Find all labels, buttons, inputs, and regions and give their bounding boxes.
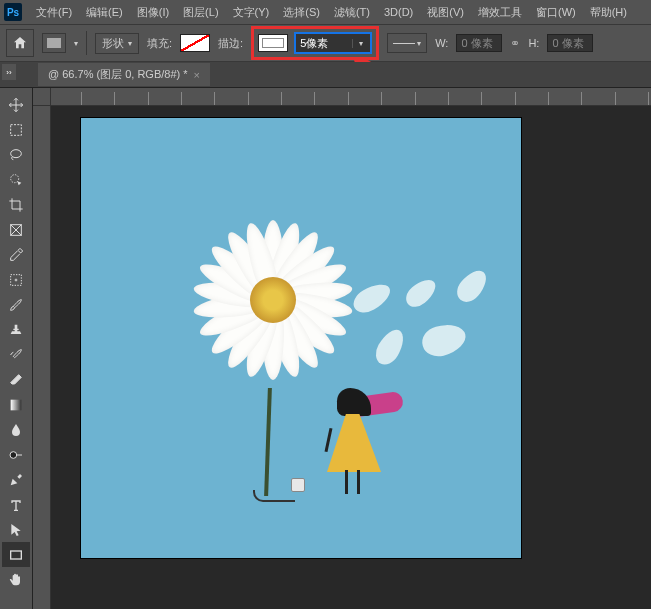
svg-point-2	[11, 149, 22, 157]
options-bar: ▾ 形状 ▾ 填充: 描边: ▾ ▾ W: ⚭ H:	[0, 24, 651, 62]
stroke-width-field[interactable]	[296, 37, 352, 49]
link-icon[interactable]: ⚭	[510, 36, 520, 50]
stroke-width-input[interactable]: ▾	[294, 32, 372, 54]
rect-icon	[47, 38, 61, 48]
horizontal-ruler[interactable]: 0501001502002503003504004505005506006507…	[51, 88, 651, 106]
hand-tool[interactable]	[2, 567, 30, 592]
marquee-tool[interactable]	[2, 117, 30, 142]
menu-file[interactable]: 文件(F)	[30, 3, 78, 22]
illustration-petal	[452, 265, 492, 307]
menu-filter[interactable]: 滤镜(T)	[328, 3, 376, 22]
canvas-area[interactable]: 0501001502002503003504004505005506006507…	[33, 88, 651, 609]
height-input[interactable]	[547, 34, 593, 52]
brush-tool[interactable]	[2, 292, 30, 317]
tools-panel	[0, 88, 33, 609]
expand-panels-button[interactable]: ››	[2, 64, 16, 80]
menu-help[interactable]: 帮助(H)	[584, 3, 633, 22]
illustration-flower	[173, 200, 373, 400]
document-canvas[interactable]	[81, 118, 521, 558]
menu-select[interactable]: 选择(S)	[277, 3, 326, 22]
shape-mode-select[interactable]: 形状 ▾	[95, 33, 139, 54]
menu-layer[interactable]: 图层(L)	[177, 3, 224, 22]
tool-preset-picker[interactable]	[42, 33, 66, 53]
canvas-image	[81, 118, 521, 558]
document-tab[interactable]: @ 66.7% (图层 0, RGB/8#) * ×	[38, 63, 210, 86]
height-label: H:	[528, 37, 539, 49]
menu-plugins[interactable]: 增效工具	[472, 3, 528, 22]
chevron-down-icon[interactable]: ▾	[74, 39, 78, 48]
width-label: W:	[435, 37, 448, 49]
illustration-petal	[402, 274, 441, 311]
chevron-down-icon: ▾	[128, 39, 132, 48]
move-tool[interactable]	[2, 92, 30, 117]
menu-edit[interactable]: 编辑(E)	[80, 3, 129, 22]
chevron-down-icon: ▾	[417, 39, 421, 48]
illustration-cord	[253, 490, 295, 502]
solid-line-icon	[393, 43, 415, 44]
frame-tool[interactable]	[2, 217, 30, 242]
app-logo: Ps	[4, 3, 22, 21]
illustration-stem	[264, 388, 272, 496]
menubar: Ps 文件(F) 编辑(E) 图像(I) 图层(L) 文字(Y) 选择(S) 滤…	[0, 0, 651, 24]
illustration-character	[323, 388, 393, 508]
svg-point-7	[10, 451, 17, 458]
menu-type[interactable]: 文字(Y)	[227, 3, 276, 22]
fill-color-swatch[interactable]	[180, 34, 210, 52]
eyedropper-tool[interactable]	[2, 242, 30, 267]
illustration-plug	[291, 478, 305, 492]
stroke-style-picker[interactable]: ▾	[387, 33, 427, 53]
menu-image[interactable]: 图像(I)	[131, 3, 175, 22]
width-input[interactable]	[456, 34, 502, 52]
chevron-down-icon[interactable]: ▾	[352, 39, 368, 48]
illustration-petal	[419, 320, 469, 360]
crop-tool[interactable]	[2, 192, 30, 217]
ruler-origin[interactable]	[33, 88, 51, 106]
svg-rect-8	[11, 551, 22, 559]
document-tab-bar: ›› @ 66.7% (图层 0, RGB/8#) * ×	[0, 62, 651, 88]
flower-center	[250, 277, 296, 323]
vertical-ruler[interactable]	[33, 106, 51, 609]
clone-stamp-tool[interactable]	[2, 317, 30, 342]
illustration-petal	[371, 325, 409, 369]
menu-view[interactable]: 视图(V)	[421, 3, 470, 22]
path-select-tool[interactable]	[2, 517, 30, 542]
document-title: @ 66.7% (图层 0, RGB/8#) *	[48, 67, 188, 82]
type-tool[interactable]	[2, 492, 30, 517]
stroke-highlight-annotation: ▾	[251, 26, 379, 60]
main-area: 0501001502002503003504004505005506006507…	[0, 88, 651, 609]
eraser-tool[interactable]	[2, 367, 30, 392]
blur-tool[interactable]	[2, 417, 30, 442]
home-button[interactable]	[6, 29, 34, 57]
history-brush-tool[interactable]	[2, 342, 30, 367]
close-tab-button[interactable]: ×	[194, 69, 200, 81]
pen-tool[interactable]	[2, 467, 30, 492]
menu-window[interactable]: 窗口(W)	[530, 3, 582, 22]
lasso-tool[interactable]	[2, 142, 30, 167]
separator	[86, 31, 87, 55]
rectangle-tool[interactable]	[2, 542, 30, 567]
menu-3d[interactable]: 3D(D)	[378, 4, 419, 20]
mode-label: 形状	[102, 36, 124, 51]
stroke-label: 描边:	[218, 36, 243, 51]
quick-select-tool[interactable]	[2, 167, 30, 192]
stroke-color-swatch[interactable]	[258, 34, 288, 52]
svg-rect-1	[11, 124, 22, 135]
svg-rect-6	[11, 399, 22, 410]
fill-label: 填充:	[147, 36, 172, 51]
gradient-tool[interactable]	[2, 392, 30, 417]
dodge-tool[interactable]	[2, 442, 30, 467]
healing-tool[interactable]	[2, 267, 30, 292]
